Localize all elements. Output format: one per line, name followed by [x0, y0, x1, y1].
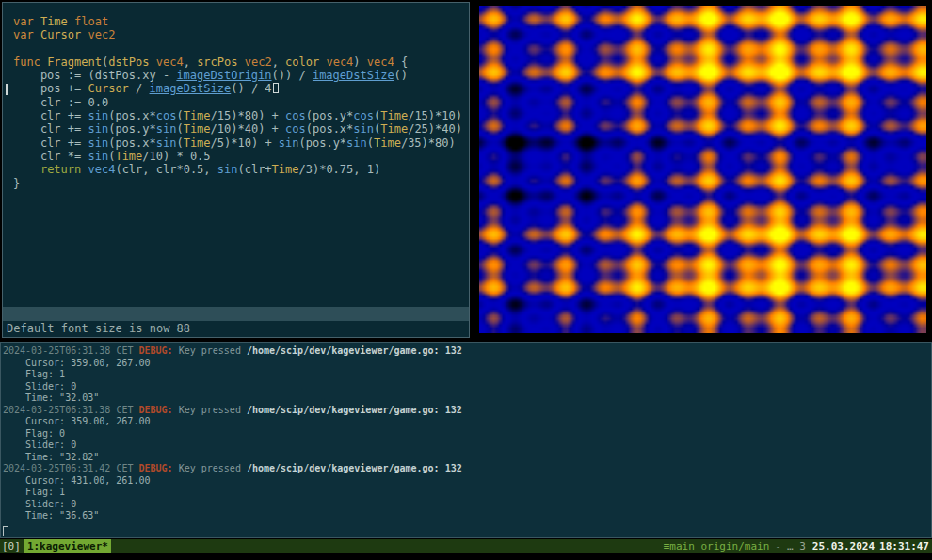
window-tab-kageviewer[interactable]: 1:kageviewer* — [24, 539, 111, 553]
log-level-badge: DEBUG: — [139, 463, 173, 473]
log-field: Time: "36.63" — [3, 510, 931, 522]
log-timestamp: 2024-03-25T06:31.38 CET — [3, 345, 133, 356]
code-line: pos += Cursor / imageDstSize() / 4 — [13, 82, 469, 95]
fringe-cursor-bar — [6, 84, 8, 95]
session-index: [0] — [0, 539, 24, 553]
code-line: } — [13, 177, 469, 190]
status-count: … 3 — [787, 539, 806, 553]
log-field: Flag: 1 — [3, 487, 931, 499]
log-event-text: Key pressed — [179, 405, 241, 415]
status-date: 25.03.2024 — [812, 539, 875, 553]
log-source-path: /home/scip/dev/kageviewer/game.go: 132 — [247, 463, 462, 473]
status-dash: - — [775, 539, 781, 553]
log-entry-header: 2024-03-25T06:31.38 CET DEBUG: Key press… — [3, 405, 931, 417]
log-field: Cursor: 359.00, 267.00 — [3, 416, 931, 428]
tmux-screen: { "editor": { "code_lines": [ {"tokens":… — [0, 0, 932, 560]
code-line: clr += sin(pos.x*sin(Time/5)*10) + sin(p… — [13, 136, 469, 150]
log-field: Slider: 0 — [3, 381, 931, 393]
log-field: Slider: 0 — [3, 440, 931, 452]
tmux-status-bar: [0]1:kageviewer*≡main origin/main-… 325.… — [0, 539, 932, 553]
log-entry: 2024-03-25T06:31.42 CET DEBUG: Key press… — [3, 463, 931, 522]
log-event-text: Key pressed — [179, 463, 241, 473]
code-line: var Time float — [13, 15, 469, 28]
log-pane[interactable]: 2024-03-25T06:31.38 CET DEBUG: Key press… — [0, 342, 932, 538]
code-line: clr := 0.0 — [13, 96, 469, 109]
status-clock: 18:31:47 — [879, 539, 929, 553]
log-entry: 2024-03-25T06:31.38 CET DEBUG: Key press… — [3, 345, 931, 405]
log-field: Time: "32.03" — [3, 392, 931, 405]
editor-cursor — [273, 83, 279, 93]
shader-preview-pane[interactable] — [475, 2, 930, 337]
log-field: Flag: 1 — [3, 369, 931, 381]
code-line: clr += sin(pos.x*cos(Time/15)*80) + cos(… — [13, 109, 469, 122]
log-field: Time: "32.82" — [3, 452, 931, 464]
log-content: 2024-03-25T06:31.38 CET DEBUG: Key press… — [1, 343, 931, 522]
log-entry-header: 2024-03-25T06:31.42 CET DEBUG: Key press… — [3, 463, 931, 475]
log-timestamp: 2024-03-25T06:31.38 CET — [3, 405, 133, 415]
log-source-path: /home/scip/dev/kageviewer/game.go: 132 — [247, 345, 462, 356]
log-field: Flag: 0 — [3, 428, 931, 440]
echo-area-message: Default font size is now 88 — [3, 321, 469, 337]
emacs-modeline: -:---ebiten.kageBot 26:38(Kage shader sc… — [3, 307, 469, 321]
code-line: pos := (dstPos.xy - imageDstOrigin()) / … — [13, 69, 469, 82]
log-field: Cursor: 359.00, 267.00 — [3, 358, 931, 370]
git-branch-label: ≡main origin/main — [664, 539, 770, 553]
code-line: clr *= sin(Time/10) * 0.5 — [13, 150, 469, 163]
terminal-cursor-line — [1, 522, 931, 535]
log-entry: 2024-03-25T06:31.38 CET DEBUG: Key press… — [3, 405, 931, 464]
code-line: clr += sin(pos.y*sin(Time/10)*40) + cos(… — [13, 122, 469, 136]
log-level-badge: DEBUG: — [139, 345, 173, 356]
shader-output-canvas[interactable] — [479, 6, 926, 333]
log-level-badge: DEBUG: — [139, 405, 173, 415]
log-event-text: Key pressed — [179, 345, 241, 356]
log-entry-header: 2024-03-25T06:31.38 CET DEBUG: Key press… — [3, 345, 931, 358]
log-field: Slider: 0 — [3, 499, 931, 511]
code-line: var Cursor vec2 — [13, 28, 469, 41]
editor-pane[interactable]: var Time floatvar Cursor vec2func Fragme… — [2, 2, 470, 338]
terminal-cursor — [3, 526, 8, 536]
code-line: func Fragment(dstPos vec4, srcPos vec2, … — [13, 56, 469, 69]
code-line: return vec4(clr, clr*0.5, sin(clr+Time/3… — [13, 163, 469, 176]
log-source-path: /home/scip/dev/kageviewer/game.go: 132 — [247, 405, 462, 415]
code-line — [13, 42, 469, 56]
log-field: Cursor: 431.00, 261.00 — [3, 475, 931, 488]
code-area[interactable]: var Time floatvar Cursor vec2func Fragme… — [3, 3, 469, 306]
log-timestamp: 2024-03-25T06:31.42 CET — [3, 463, 133, 473]
